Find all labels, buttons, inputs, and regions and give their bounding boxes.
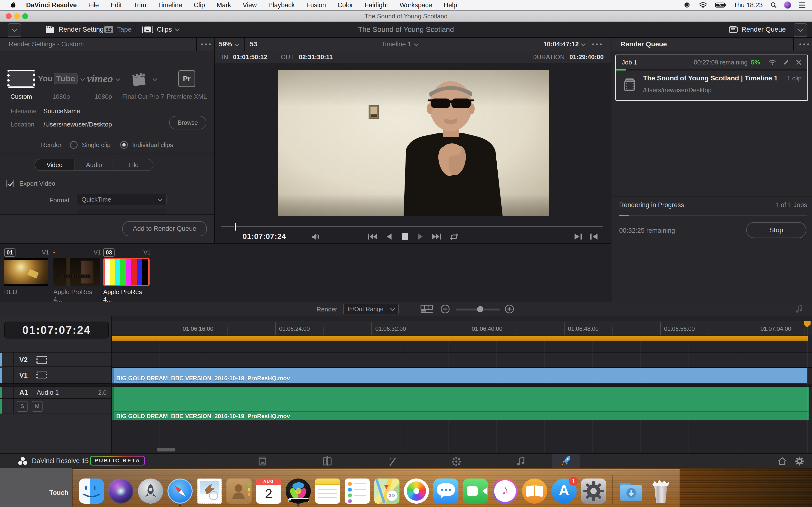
dock-icon-photos[interactable] xyxy=(404,478,429,504)
play-from-in-button[interactable] xyxy=(590,233,598,240)
preset-vimeo[interactable]: vimeo 1080p xyxy=(87,70,120,101)
battery-icon[interactable] xyxy=(715,2,726,8)
dock-icon-messages[interactable] xyxy=(433,478,458,504)
video-clip[interactable]: BIG GOLD DREAM_BBC VERSION_2016-10-19_Pr… xyxy=(112,368,807,383)
background-window[interactable]: Touch xyxy=(0,468,72,507)
dock-icon-launchpad[interactable] xyxy=(138,478,163,504)
viewer-timeline-select[interactable]: Timeline 1 xyxy=(382,41,418,48)
location-value[interactable]: /Users/newuser/Desktop xyxy=(44,121,112,128)
project-settings-gear-icon[interactable] xyxy=(794,456,805,466)
menu-item-file[interactable]: File xyxy=(89,1,99,9)
menu-clock[interactable]: Thu 18:23 xyxy=(733,1,763,9)
mute-button[interactable]: M xyxy=(32,401,43,412)
dock-icon-notes[interactable] xyxy=(315,478,340,504)
dock-icon-calendar[interactable]: AUG 2 xyxy=(256,478,281,504)
preset-premiere[interactable]: Pr Premiere XML xyxy=(167,70,207,101)
dock-icon-system-preferences[interactable] xyxy=(581,478,606,504)
timeline-playhead-line[interactable] xyxy=(807,326,807,453)
menu-item-playback[interactable]: Playback xyxy=(268,1,295,9)
single-clip-radio[interactable] xyxy=(70,141,78,149)
dock-icon-finder[interactable] xyxy=(79,478,104,504)
export-video-checkbox[interactable] xyxy=(6,180,14,187)
tape-tab[interactable]: Tape xyxy=(104,22,132,37)
clips-toggle[interactable]: Clips xyxy=(141,22,179,37)
stop-button[interactable] xyxy=(401,233,408,240)
dock-icon-davinci-resolve[interactable] xyxy=(286,478,311,504)
page-deliver-active-slot[interactable] xyxy=(552,454,580,468)
menu-item-trim[interactable]: Trim xyxy=(134,1,146,9)
edit-job-icon[interactable] xyxy=(783,59,790,66)
preset-custom[interactable]: Custom xyxy=(7,70,35,101)
menu-item-clip[interactable]: Clip xyxy=(194,1,205,9)
timeline-timecode-box[interactable]: 01:07:07:24 xyxy=(4,322,109,338)
mixer-note-icon[interactable] xyxy=(795,304,804,314)
preset-fcp7[interactable]: Final Cut Pro 7 xyxy=(122,70,164,101)
clip-1-thumbnail[interactable] xyxy=(4,258,48,286)
dock-icon-itunes[interactable]: ♪ xyxy=(493,478,518,504)
dock-icon-trash[interactable] xyxy=(648,478,673,504)
individual-clips-label[interactable]: Individual clips xyxy=(132,141,173,149)
viewer-zoom-select[interactable]: 59% xyxy=(219,41,239,48)
timeline-ruler[interactable]: 01:06:16:00 01:06:24:00 01:06:32:00 01:0… xyxy=(112,321,812,336)
dock-icon-siri[interactable] xyxy=(108,478,134,504)
viewer-playhead[interactable] xyxy=(235,223,236,231)
zoom-in-icon[interactable] xyxy=(505,304,514,314)
menu-app-name[interactable]: DaVinci Resolve xyxy=(26,1,77,9)
clip-3-thumbnail[interactable] xyxy=(103,258,150,286)
individual-clips-radio[interactable] xyxy=(120,141,128,149)
dock-icon-contacts[interactable] xyxy=(226,478,252,504)
render-queue-options-icon[interactable] xyxy=(800,44,801,45)
track-header-a1[interactable]: A1 Audio 1 2.0 xyxy=(0,387,111,399)
tab-video[interactable]: Video xyxy=(35,159,74,170)
input-source-icon[interactable] xyxy=(683,1,691,9)
solo-button[interactable]: S xyxy=(17,401,28,412)
menu-item-mark[interactable]: Mark xyxy=(216,1,231,9)
project-home-icon[interactable] xyxy=(777,456,788,466)
video-frame[interactable] xyxy=(278,70,549,216)
remote-render-icon[interactable] xyxy=(768,59,776,66)
play-to-out-button[interactable] xyxy=(574,233,582,240)
page-fairlight-icon[interactable] xyxy=(515,456,527,466)
apple-menu-icon[interactable] xyxy=(10,1,16,9)
timeline-hscrollbar[interactable] xyxy=(157,448,175,451)
page-edit-icon[interactable] xyxy=(321,456,333,466)
tab-audio[interactable]: Audio xyxy=(74,159,113,170)
render-settings-options-icon[interactable] xyxy=(201,44,203,45)
dock-icon-reminders[interactable] xyxy=(345,478,370,504)
menu-item-edit[interactable]: Edit xyxy=(110,1,122,9)
stop-render-button[interactable]: Stop xyxy=(746,222,806,238)
lane-a1[interactable]: BIG GOLD DREAM_BBC VERSION_2016-10-19_Pr… xyxy=(112,387,812,421)
menu-item-help[interactable]: Help xyxy=(444,1,457,9)
dock-icon-safari[interactable] xyxy=(167,478,193,504)
audio-clip[interactable]: BIG GOLD DREAM_BBC VERSION_2016-10-19_Pr… xyxy=(112,387,809,420)
dock-icon-mail[interactable] xyxy=(197,478,222,504)
viewer-options-icon[interactable] xyxy=(592,44,594,45)
preset-youtube[interactable]: YouTube 1080p xyxy=(38,70,84,101)
page-media-icon[interactable] xyxy=(257,456,268,466)
lane-v1[interactable]: BIG GOLD DREAM_BBC VERSION_2016-10-19_Pr… xyxy=(112,368,812,384)
audio-level-icon[interactable] xyxy=(311,233,319,241)
single-clip-label[interactable]: Single clip xyxy=(82,141,111,149)
timeline-zoom-slider[interactable] xyxy=(456,308,500,311)
tab-file[interactable]: File xyxy=(114,159,153,170)
menu-item-fairlight[interactable]: Fairlight xyxy=(365,1,388,9)
dock-icon-app-store[interactable]: A 1 xyxy=(552,478,576,504)
viewer-playhead-timecode[interactable]: 01:07:07:24 xyxy=(243,232,286,241)
browse-button[interactable]: Browse xyxy=(169,116,206,129)
minimize-window-button[interactable] xyxy=(14,13,20,19)
viewer-scrubber[interactable] xyxy=(221,223,603,230)
add-to-render-queue-button[interactable]: Add to Render Queue xyxy=(122,221,207,236)
dock-icon-books[interactable] xyxy=(522,478,547,504)
menu-item-workspace[interactable]: Workspace xyxy=(400,1,432,9)
filename-value[interactable]: SourceName xyxy=(44,107,80,115)
notification-center-icon[interactable] xyxy=(799,2,806,8)
clip-2-thumbnail[interactable] xyxy=(53,258,100,286)
page-color-icon[interactable] xyxy=(451,456,462,466)
dock-icon-downloads[interactable] xyxy=(619,478,644,504)
menu-item-fusion[interactable]: Fusion xyxy=(306,1,326,9)
viewer-master-timecode[interactable]: 10:04:47:12 xyxy=(543,41,585,48)
play-button[interactable] xyxy=(417,233,424,240)
timeline-view-icon[interactable] xyxy=(420,305,433,314)
spotlight-icon[interactable] xyxy=(770,2,777,8)
menu-item-view[interactable]: View xyxy=(243,1,257,9)
